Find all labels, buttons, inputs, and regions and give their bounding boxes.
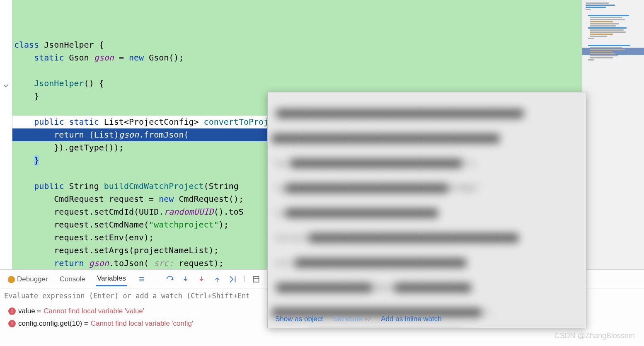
- calculator-icon[interactable]: [251, 274, 261, 284]
- evaluate-expression-input[interactable]: [0, 288, 253, 303]
- code-line[interactable]: [12, 64, 582, 77]
- tab-variables[interactable]: Variables: [96, 272, 127, 286]
- popup-actions: Show as object Set value F2 Add as inlin…: [275, 313, 442, 325]
- thread-list-icon[interactable]: ≡: [137, 274, 147, 284]
- variable-error-msg: Cannot find local variable 'config': [91, 319, 193, 328]
- variable-name: value =: [18, 307, 41, 315]
- code-line[interactable]: class JsonHelper {: [12, 39, 582, 51]
- popup-blurred-content: "███████████████████████████████████████…: [272, 95, 582, 328]
- minimap-blocks: [582, 0, 644, 63]
- value-tooltip-popup[interactable]: "███████████████████████████████████████…: [267, 92, 586, 328]
- variable-error-msg: Cannot find local variable 'value': [44, 307, 144, 315]
- set-value-link[interactable]: Set value: [333, 315, 362, 323]
- error-icon: !: [8, 320, 16, 327]
- add-inline-watch-link[interactable]: Add as inline watch: [381, 313, 441, 325]
- run-to-cursor-icon[interactable]: [228, 274, 238, 284]
- tab-console-label: Console: [60, 275, 85, 283]
- minimap[interactable]: [582, 0, 644, 269]
- variable-name: config.config.get(10) =: [18, 319, 88, 328]
- watermark-text: CSDN @ZhangBlossom: [554, 331, 635, 340]
- tab-debugger[interactable]: ⬤ Debugger: [7, 272, 49, 286]
- force-step-into-icon[interactable]: [196, 274, 206, 284]
- step-out-icon[interactable]: [212, 274, 222, 284]
- svg-rect-0: [253, 276, 259, 282]
- set-value-shortcut: F2: [364, 316, 371, 322]
- show-as-object-link[interactable]: Show as object: [275, 313, 323, 325]
- tab-console[interactable]: Console: [59, 273, 86, 286]
- tab-variables-label: Variables: [97, 274, 126, 283]
- step-into-icon[interactable]: [181, 274, 191, 284]
- step-over-icon[interactable]: [165, 274, 175, 284]
- tab-debugger-label: Debugger: [17, 275, 48, 283]
- debugger-bug-icon: ⬤: [7, 275, 15, 283]
- error-icon: !: [8, 307, 16, 315]
- code-line[interactable]: JsonHelper() {: [12, 77, 582, 90]
- code-line[interactable]: static Gson gson = new Gson();: [12, 51, 582, 64]
- collapse-icon: [2, 82, 10, 90]
- editor-gutter: [0, 0, 12, 269]
